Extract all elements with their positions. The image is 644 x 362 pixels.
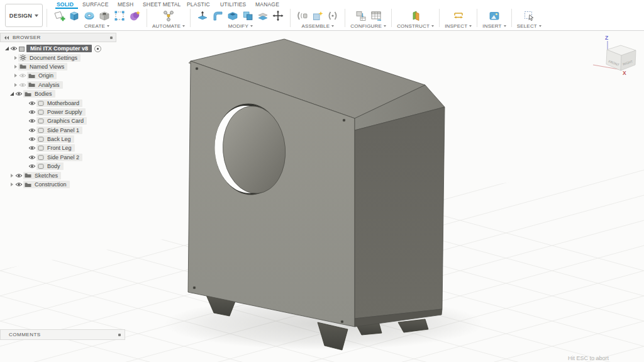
expand-toggle-icon[interactable] — [13, 74, 18, 77]
combine-icon[interactable] — [241, 9, 255, 23]
tree-row: Bodies — [0, 89, 116, 98]
group-label-automate[interactable]: AUTOMATE — [152, 23, 185, 29]
model-side-panel[interactable] — [355, 107, 445, 319]
visibility-eye-icon[interactable] — [28, 155, 36, 160]
visibility-eye-icon-off[interactable] — [18, 82, 27, 88]
group-label-assemble[interactable]: ASSEMBLE — [301, 23, 334, 29]
tree-item-body[interactable]: Front Leg — [36, 144, 75, 152]
offset-face-icon[interactable] — [256, 9, 270, 23]
tree-item-body[interactable]: Side Panel 1 — [36, 127, 82, 134]
group-label-modify[interactable]: MODIFY — [228, 23, 253, 29]
group-label-configure[interactable]: CONFIGURE — [350, 23, 386, 29]
group-label-create[interactable]: CREATE — [84, 23, 109, 29]
expand-toggle-icon[interactable] — [9, 183, 14, 186]
create-sketch-icon[interactable] — [52, 9, 66, 23]
visibility-eye-icon[interactable] — [9, 46, 18, 51]
form-icon[interactable] — [128, 9, 142, 23]
expand-toggle-icon[interactable] — [13, 56, 18, 60]
extrude-icon[interactable] — [67, 9, 81, 23]
tree-item-document-settings[interactable]: Document Settings — [18, 54, 80, 62]
tab-manage[interactable]: MANAGE — [255, 1, 279, 8]
construction-plane-icon[interactable] — [409, 9, 423, 23]
visibility-eye-icon[interactable] — [14, 173, 23, 178]
press-pull-icon[interactable] — [196, 9, 209, 23]
folder-icon — [28, 73, 35, 79]
configuration-icon[interactable] — [354, 9, 368, 23]
panel-grip-handle[interactable] — [118, 334, 121, 336]
visibility-eye-icon[interactable] — [28, 128, 36, 133]
group-label-insert[interactable]: INSERT — [482, 23, 506, 29]
group-label-inspect[interactable]: INSPECT — [445, 23, 472, 29]
automation-icon[interactable] — [162, 9, 175, 23]
body-icon — [38, 100, 44, 106]
tab-mesh[interactable]: MESH — [118, 1, 133, 8]
main-toolbar: DESIGN SOLID SURFACE MESH SHEET METAL PL… — [0, 0, 644, 31]
tree-item-body[interactable]: Graphics Card — [36, 117, 87, 125]
tab-sheet-metal[interactable]: SHEET METAL — [143, 1, 180, 8]
visibility-eye-icon[interactable] — [28, 137, 36, 142]
new-component-icon[interactable] — [311, 9, 325, 23]
tree-item-root[interactable]: Mini ITX Computer v8 — [26, 45, 92, 52]
expand-toggle-icon[interactable] — [13, 83, 18, 87]
model-mini-itx-case[interactable] — [188, 39, 445, 350]
chevron-down-icon — [431, 25, 434, 27]
visibility-eye-icon[interactable] — [28, 110, 36, 115]
body-icon — [38, 145, 44, 151]
collapse-panel-icon[interactable] — [4, 35, 9, 40]
configuration-table-icon[interactable] — [369, 9, 383, 23]
tree-item-body[interactable]: Body — [36, 162, 64, 170]
shell-icon[interactable] — [226, 9, 240, 23]
tree-item-analysis[interactable]: Analysis — [27, 81, 63, 89]
tab-utilities[interactable]: UTILITIES — [220, 1, 246, 8]
pattern-icon[interactable] — [113, 9, 126, 23]
fillet-icon[interactable] — [211, 9, 225, 23]
group-label-select[interactable]: SELECT — [517, 23, 541, 29]
measure-icon[interactable] — [452, 9, 465, 23]
joint-icon[interactable] — [296, 9, 309, 23]
tree-item-body[interactable]: Power Supply — [36, 108, 86, 116]
tree-item-body[interactable]: Side Panel 2 — [36, 154, 82, 161]
select-window-icon[interactable] — [522, 9, 536, 23]
design-workspace-menu[interactable]: DESIGN — [5, 4, 43, 27]
tab-plastic[interactable]: PLASTIC — [187, 1, 210, 8]
browser-title: BROWSER — [13, 35, 107, 40]
toolbar-group-modify: MODIFY — [192, 8, 289, 29]
visibility-eye-icon-off[interactable] — [18, 73, 27, 78]
tree-item-body[interactable]: Back Leg — [36, 135, 74, 143]
visibility-eye-icon[interactable] — [28, 164, 36, 169]
expand-toggle-icon[interactable] — [13, 65, 18, 69]
body-icon — [38, 118, 44, 124]
design-menu-label: DESIGN — [9, 13, 32, 19]
tree-item-origin[interactable]: Origin — [27, 72, 57, 79]
visibility-eye-icon[interactable] — [14, 91, 23, 96]
tree-row: Document Settings — [0, 53, 116, 62]
group-label-construct[interactable]: CONSTRUCT — [397, 23, 434, 29]
expand-toggle-icon[interactable] — [4, 47, 9, 50]
tree-item-named-views[interactable]: Named Views — [18, 63, 67, 71]
visibility-eye-icon[interactable] — [28, 101, 36, 106]
folder-icon — [25, 182, 31, 188]
panel-grip-handle[interactable] — [110, 37, 113, 39]
toolbar-separator — [147, 9, 147, 27]
revolve-icon[interactable] — [82, 9, 96, 23]
move-copy-icon[interactable] — [271, 9, 285, 23]
tree-item-body[interactable]: Motherboard — [36, 99, 82, 107]
tab-solid[interactable]: SOLID — [57, 1, 74, 8]
comments-panel[interactable]: COMMENTS — [0, 329, 125, 340]
hole-icon[interactable] — [97, 9, 111, 23]
visibility-eye-icon[interactable] — [28, 118, 36, 123]
as-built-joint-icon[interactable] — [326, 9, 340, 23]
tree-item-bodies[interactable]: Bodies — [23, 90, 55, 98]
tab-surface[interactable]: SURFACE — [82, 1, 109, 8]
tree-item-construction[interactable]: Construction — [23, 181, 70, 188]
visibility-eye-icon[interactable] — [28, 145, 36, 150]
visibility-eye-icon[interactable] — [14, 182, 23, 187]
browser-header[interactable]: BROWSER — [0, 33, 116, 42]
expand-toggle-icon[interactable] — [9, 174, 14, 178]
canvas-icon[interactable] — [487, 9, 501, 23]
tree-item-sketches[interactable]: Sketches — [23, 172, 61, 179]
expand-toggle-icon[interactable] — [9, 92, 14, 96]
folder-icon — [25, 91, 31, 97]
view-cube[interactable]: Z X FRONT RIGHT — [593, 35, 636, 76]
activate-component-radio[interactable] — [94, 45, 101, 52]
